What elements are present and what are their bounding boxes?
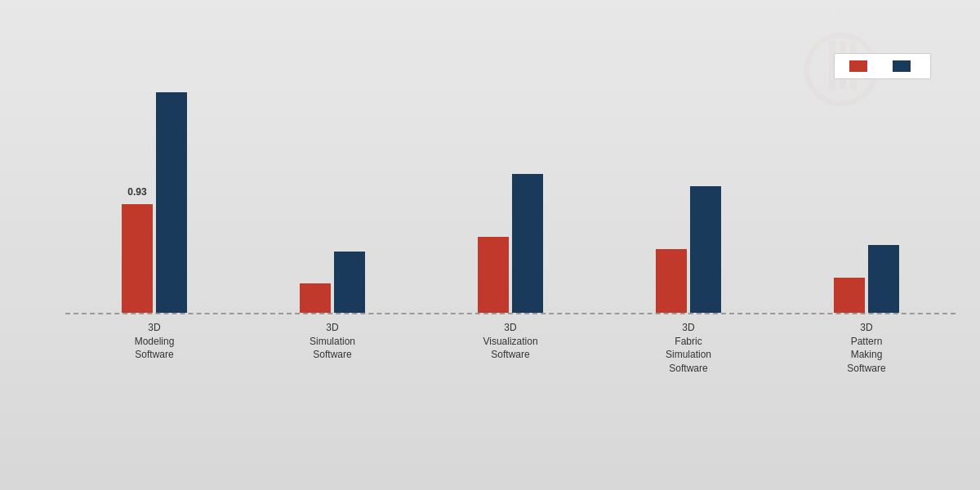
bar-2032-4 (868, 245, 899, 313)
bar-group-1 (300, 33, 365, 313)
bar-group-2 (478, 33, 543, 313)
x-label-0: 3DModelingSoftware (105, 321, 203, 376)
bar-2032-0 (156, 92, 187, 313)
bar-group-3 (656, 33, 721, 313)
chart-area: 0.93 (65, 33, 956, 314)
bar-2032-1 (334, 252, 365, 313)
bars-2 (478, 33, 543, 313)
x-label-1: 3DSimulationSoftware (283, 321, 381, 376)
bars-3 (656, 33, 721, 313)
bar-2023-1 (300, 283, 331, 313)
x-labels: 3DModelingSoftware3DSimulationSoftware3D… (65, 321, 956, 376)
bar-groups: 0.93 (65, 33, 956, 313)
bars-1 (300, 33, 365, 313)
bar-group-0: 0.93 (122, 33, 187, 313)
bar-2032-3 (690, 186, 721, 313)
bar-value-0: 0.93 (127, 186, 146, 198)
bar-2023-3 (656, 249, 687, 313)
x-label-3: 3DFabricSimulationSoftware (639, 321, 737, 376)
bar-2023-4 (834, 278, 865, 313)
bars-4 (834, 33, 899, 313)
chart-container: 0.93 3DModelingSoftware3DSimulationSoftw… (0, 0, 980, 490)
bar-2023-2 (478, 237, 509, 313)
bar-2032-2 (512, 174, 543, 313)
bar-2023-0: 0.93 (122, 204, 153, 313)
x-label-4: 3DPatternMakingSoftware (817, 321, 915, 376)
x-label-2: 3DVisualizationSoftware (461, 321, 559, 376)
bar-group-4 (834, 33, 899, 313)
bars-0: 0.93 (122, 33, 187, 313)
